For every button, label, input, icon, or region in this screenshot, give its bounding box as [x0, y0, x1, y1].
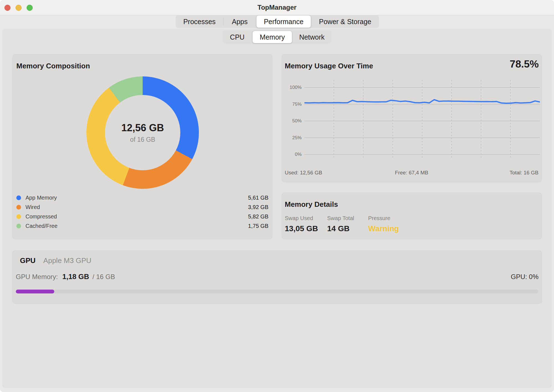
memory-capacity: of 16 GB — [130, 136, 155, 143]
pressure-label: Pressure — [368, 215, 399, 221]
subtab-cpu[interactable]: CPU — [222, 30, 252, 44]
gpu-title: GPU — [20, 256, 35, 265]
legend-row-wired: Wired 3,92 GB — [16, 202, 268, 212]
memory-donut-center: 12,56 GB of 16 GB — [86, 76, 199, 189]
memory-composition-card: Memory Composition 12,56 GB of 16 GB App… — [12, 54, 272, 239]
subtab-memory[interactable]: Memory — [253, 31, 292, 43]
legend-value: 1,75 GB — [248, 223, 268, 229]
main-tab-bar: Processes Apps Performance Power & Stora… — [176, 15, 379, 28]
gpu-memory-total: / 16 GB — [93, 273, 115, 281]
ytick-50: 50% — [283, 118, 302, 124]
swap-used-value: 13,05 GB — [285, 224, 318, 233]
memory-legend: App Memory 5,61 GB Wired 3,92 GB Compres… — [16, 193, 268, 231]
memory-usage-current-percent: 78.5% — [510, 58, 539, 70]
wired-dot-icon — [16, 205, 21, 210]
legend-label: Wired — [25, 204, 40, 210]
swap-total-value: 14 GB — [327, 224, 354, 233]
ytick-0: 0% — [283, 151, 302, 158]
app-window: TopManager Processes Apps Performance Po… — [0, 0, 554, 392]
gpu-card: GPU Apple M3 GPU GPU Memory: 1,18 GB / 1… — [12, 251, 542, 304]
tab-apps[interactable]: Apps — [224, 15, 256, 28]
memory-composition-title: Memory Composition — [16, 62, 90, 70]
legend-value: 5,82 GB — [248, 213, 268, 220]
legend-value: 5,61 GB — [248, 195, 268, 201]
memory-usage-title: Memory Usage Over Time — [285, 62, 373, 70]
gpu-memory-label: GPU Memory: — [16, 273, 58, 281]
memory-total-label: Total: 16 GB — [509, 170, 538, 176]
pressure-column: Pressure Warning — [368, 215, 399, 233]
legend-label: Compressed — [25, 213, 57, 220]
gpu-memory-used: 1,18 GB — [62, 272, 89, 281]
vertical-gridlines — [334, 80, 511, 158]
ytick-75: 75% — [283, 101, 302, 107]
legend-row-cached-free: Cached/Free 1,75 GB — [16, 221, 268, 231]
app-memory-dot-icon — [16, 195, 21, 200]
swap-total-column: Swap Total 14 GB — [327, 215, 354, 233]
tab-power-storage[interactable]: Power & Storage — [311, 15, 379, 28]
swap-used-label: Swap Used — [285, 215, 318, 221]
memory-details-card: Memory Details Swap Used 13,05 GB Swap T… — [282, 193, 542, 239]
gpu-header: GPU Apple M3 GPU — [20, 256, 91, 265]
title-bar: TopManager — [0, 0, 554, 15]
ytick-100: 100% — [283, 84, 302, 91]
legend-label: App Memory — [25, 195, 57, 201]
memory-used-total: 12,56 GB — [121, 122, 164, 134]
legend-row-compressed: Compressed 5,82 GB — [16, 212, 268, 221]
swap-used-column: Swap Used 13,05 GB — [285, 215, 318, 233]
memory-details-title: Memory Details — [285, 200, 338, 209]
legend-value: 3,92 GB — [248, 204, 268, 210]
gpu-usage-percent: GPU: 0% — [511, 273, 538, 281]
tab-performance[interactable]: Performance — [257, 16, 311, 28]
subtab-network[interactable]: Network — [293, 30, 331, 44]
legend-row-app-memory: App Memory 5,61 GB — [16, 193, 268, 202]
gpu-progress-fill — [16, 290, 54, 293]
window-title: TopManager — [0, 4, 554, 11]
legend-label: Cached/Free — [25, 223, 58, 229]
cached-free-dot-icon — [16, 224, 21, 228]
compressed-dot-icon — [16, 214, 21, 219]
ytick-25: 25% — [283, 135, 302, 141]
memory-usage-card: Memory Usage Over Time 78.5% 100% 75% 50… — [282, 54, 542, 182]
pressure-value: Warning — [368, 224, 399, 233]
tab-processes[interactable]: Processes — [176, 15, 223, 28]
gpu-memory-row: GPU Memory: 1,18 GB / 16 GB — [16, 272, 115, 281]
performance-subtab-bar: CPU Memory Network — [222, 30, 331, 44]
memory-usage-chart — [304, 80, 540, 158]
gpu-name: Apple M3 GPU — [43, 256, 91, 265]
swap-total-label: Swap Total — [327, 215, 354, 221]
memory-free-label: Free: 67,4 MB — [285, 170, 538, 176]
gpu-memory-progress-bar — [16, 290, 538, 293]
memory-usage-footer: Used: 12,56 GB Free: 67,4 MB Total: 16 G… — [285, 170, 538, 176]
